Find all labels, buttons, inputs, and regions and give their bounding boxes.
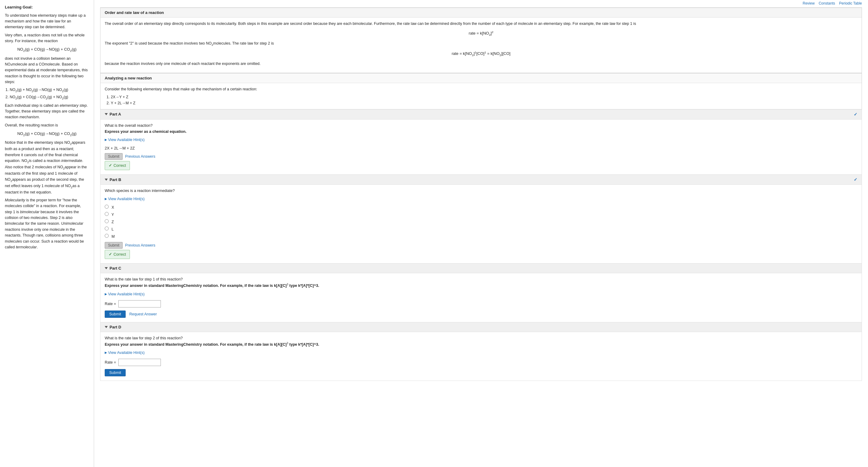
part-b-option-x[interactable]: X	[105, 204, 857, 210]
part-c-body: What is the rate law for step 1 of this …	[100, 273, 862, 322]
part-b-triangle	[105, 178, 108, 181]
part-d-instruction: Express your answer in standard Masterin…	[105, 341, 857, 347]
part-c-header-left: Part C	[105, 266, 121, 270]
part-b-header-left: Part B	[105, 177, 121, 182]
intro-para1: Very often, a reaction does not tell us …	[5, 32, 89, 44]
part-a-question: What is the overall reaction?	[105, 123, 857, 129]
part-b-section: Part B ✓ Which species is a reaction int…	[100, 175, 862, 264]
part-d-submit-btn[interactable]: Submit	[105, 369, 126, 376]
part-b-previous-row: Submit Previous Answers	[105, 242, 857, 249]
order-para3: because the reaction involves only one m…	[105, 61, 857, 67]
learning-goal-text: To understand how elementary steps make …	[5, 13, 89, 30]
part-b-header[interactable]: Part B ✓	[100, 175, 862, 185]
part-c-header[interactable]: Part C	[100, 264, 862, 273]
review-link[interactable]: Review	[803, 1, 814, 5]
left-panel: Learning Goal: To understand how element…	[0, 0, 94, 467]
part-a-correct-badge: Correct	[105, 161, 130, 170]
part-a-header-left: Part A	[105, 112, 121, 116]
part-c-rate-row: Rate =	[105, 300, 857, 307]
part-b-option-l[interactable]: L	[105, 226, 857, 232]
para4: Overall, the resulting reaction is	[5, 123, 89, 128]
part-b-option-z[interactable]: Z	[105, 219, 857, 225]
part-d-header[interactable]: Part D	[100, 322, 862, 332]
part-d-triangle	[105, 326, 108, 328]
part-a-header[interactable]: Part A ✓	[100, 109, 862, 120]
part-a-previous-answers-link[interactable]: Previous Answers	[125, 154, 155, 160]
order-rate-content: The overall order of an elementary step …	[100, 18, 862, 73]
step-1-left: NO2(g) + NO2(g)→NO(g) + NO2(g)	[10, 87, 89, 93]
part-c-rate-input[interactable]	[118, 300, 161, 307]
part-b-option-m[interactable]: M	[105, 234, 857, 240]
part-d-body: What is the rate law for step 2 of this …	[100, 332, 862, 380]
order-para1: The overall order of an elementary step …	[105, 21, 857, 27]
rate-formula-1: rate = k[NO2]2	[105, 30, 857, 37]
part-c-request-answer-link[interactable]: Request Answer	[129, 311, 157, 317]
para6: Molecularity is the proper term for "how…	[5, 197, 89, 250]
analyzing-header: Analyzing a new reaction	[100, 73, 862, 83]
part-c-section: Part C What is the rate law for step 1 o…	[100, 264, 862, 322]
intro-para2: does not involve a collision between an …	[5, 56, 89, 85]
part-d-question: What is the rate law for step 2 of this …	[105, 335, 857, 341]
part-b-option-y[interactable]: Y	[105, 212, 857, 218]
part-c-rate-label: Rate =	[105, 301, 116, 307]
equation-2: NO2(g) + CO(g)→NO(g) + CO2(g)	[5, 131, 89, 137]
part-d-rate-row: Rate =	[105, 359, 857, 366]
part-b-question: Which species is a reaction intermediate…	[105, 188, 857, 194]
analyzing-content: Consider the following elementary steps …	[100, 83, 862, 109]
part-a-hint-link[interactable]: View Available Hint(s)	[105, 137, 145, 143]
equation-1: NO2(g) + CO(g)→NO(g) + CO2(g)	[5, 46, 89, 53]
part-c-submit-btn[interactable]: Submit	[105, 310, 126, 318]
rate-formula-2: rate = k[NO2]1[CO]1 = k[NO2][CO]	[105, 50, 857, 58]
order-para2: The exponent "2" is used because the rea…	[105, 40, 857, 47]
para3: Each individual step is called an elemen…	[5, 103, 89, 121]
order-rate-section: Order and rate law of a reaction The ove…	[100, 8, 862, 73]
part-b-body: Which species is a reaction intermediate…	[100, 185, 862, 263]
part-d-rate-label: Rate =	[105, 359, 116, 365]
part-a-body: What is the overall reaction? Express yo…	[100, 120, 862, 175]
periodic-table-link[interactable]: Periodic Table	[839, 1, 862, 5]
step-2-left: NO2(g) + CO(g)→CO2(g) + NO2(g)	[10, 94, 89, 101]
constants-link[interactable]: Constants	[818, 1, 835, 5]
part-c-question: What is the rate law for step 1 of this …	[105, 276, 857, 282]
analyzing-step-2: Y + 2L→M + Z	[111, 100, 857, 106]
part-b-check: ✓	[854, 177, 857, 182]
part-b-previous-answers-link[interactable]: Previous Answers	[125, 242, 155, 248]
part-a-section: Part A ✓ What is the overall reaction? E…	[100, 109, 862, 175]
analyzing-steps: 2X→Y + Z Y + 2L→M + Z	[111, 94, 857, 106]
part-b-hint-link[interactable]: View Available Hint(s)	[105, 196, 145, 202]
part-a-submit-btn[interactable]: Submit	[105, 153, 123, 160]
top-bar: Review Constants Periodic Table	[100, 0, 862, 8]
part-d-action-row: Submit	[105, 369, 857, 376]
part-c-triangle	[105, 267, 108, 269]
part-b-submit-btn[interactable]: Submit	[105, 242, 123, 249]
part-c-action-row: Submit Request Answer	[105, 310, 857, 318]
learning-goal-title: Learning Goal:	[5, 4, 89, 10]
part-d-header-left: Part D	[105, 325, 121, 329]
part-c-label: Part C	[110, 266, 121, 270]
part-b-radio-group: X Y Z L M	[105, 204, 857, 240]
order-rate-header: Order and rate law of a reaction	[100, 8, 862, 18]
para5: Notice that in the elementary steps NO2a…	[5, 140, 89, 195]
part-a-answer: 2X + 2L→M + 2Z	[105, 146, 135, 151]
part-d-section: Part D What is the rate law for step 2 o…	[100, 322, 862, 381]
part-b-correct-badge: Correct	[105, 250, 130, 259]
part-a-check: ✓	[854, 112, 857, 117]
part-a-instruction: Express your answer as a chemical equati…	[105, 129, 857, 135]
part-c-instruction: Express your answer in standard Masterin…	[105, 282, 857, 289]
part-a-previous-row: Submit Previous Answers	[105, 153, 857, 160]
part-d-label: Part D	[110, 325, 121, 329]
elementary-steps-list: NO2(g) + NO2(g)→NO(g) + NO2(g) NO2(g) + …	[10, 87, 89, 100]
part-d-hint-link[interactable]: View Available Hint(s)	[105, 349, 145, 356]
right-panel: Review Constants Periodic Table Order an…	[94, 0, 868, 467]
analyzing-step-1: 2X→Y + Z	[111, 94, 857, 100]
part-a-label: Part A	[110, 112, 121, 116]
part-b-label: Part B	[110, 177, 121, 182]
part-d-rate-input[interactable]	[118, 359, 161, 366]
part-a-triangle	[105, 113, 108, 115]
analyzing-intro: Consider the following elementary steps …	[105, 86, 857, 92]
analyzing-section: Analyzing a new reaction Consider the fo…	[100, 73, 862, 109]
part-c-hint-link[interactable]: View Available Hint(s)	[105, 291, 145, 297]
